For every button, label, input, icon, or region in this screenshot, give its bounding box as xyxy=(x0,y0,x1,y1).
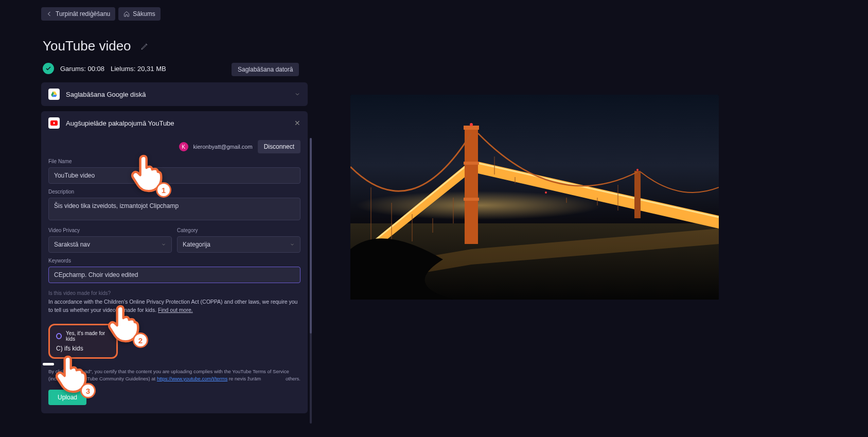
account-email: kieronbyatt@gmail.com xyxy=(193,144,253,150)
video-preview xyxy=(350,95,719,300)
edit-title-icon[interactable] xyxy=(140,42,149,50)
chevron-down-icon xyxy=(294,91,300,97)
file-name-input[interactable] xyxy=(48,167,300,184)
home-icon xyxy=(123,11,130,17)
continue-editing-label: Turpināt rediģēšanu xyxy=(56,10,110,18)
chevron-down-icon xyxy=(161,242,166,247)
account-avatar: K xyxy=(179,142,188,151)
card-scrollbar[interactable] xyxy=(310,138,312,424)
youtube-title: Augšupielāde pakalpojumā YouTube xyxy=(66,119,174,127)
file-name-label: File Name xyxy=(48,159,300,164)
kids-explain: In accordance with the Children's Online… xyxy=(48,298,300,314)
disconnect-button[interactable]: Disconnect xyxy=(258,140,300,153)
kids-yes-radio[interactable]: Yes, it's made for kids xyxy=(56,330,110,342)
description-input[interactable] xyxy=(48,198,300,220)
google-drive-card[interactable]: Saglabāšana Google diskā xyxy=(41,82,308,106)
kids-below-text: C) ifs kids xyxy=(56,345,110,352)
svg-rect-7 xyxy=(464,198,479,201)
google-drive-icon xyxy=(48,89,60,100)
category-label: Category xyxy=(177,228,300,233)
youtube-icon xyxy=(48,117,60,129)
home-label: Sākums xyxy=(133,10,155,18)
size-label: Lielums: 20,31 MB xyxy=(111,65,166,73)
svg-point-20 xyxy=(470,123,473,126)
svg-rect-5 xyxy=(464,126,479,130)
category-select[interactable]: Kategorija xyxy=(177,236,300,253)
close-icon[interactable]: ✕ xyxy=(294,119,300,127)
svg-point-3 xyxy=(356,191,603,220)
save-local-button[interactable]: Saglabāšana datorā xyxy=(232,63,299,76)
svg-rect-6 xyxy=(464,162,479,165)
keywords-label: Keywords xyxy=(48,258,300,264)
tos-link[interactable]: https://www.youtube.com/t/terms xyxy=(157,376,227,381)
radio-icon xyxy=(56,333,62,339)
duration-label: Garums: 00:08 xyxy=(60,65,104,73)
kids-yes-radio-highlight: Yes, it's made for kids C) ifs kids xyxy=(48,324,118,359)
privacy-label: Video Privacy xyxy=(48,228,172,233)
google-drive-title: Saglabāšana Google diskā xyxy=(66,91,146,98)
youtube-upload-card: Augšupielāde pakalpojumā YouTube ✕ K kie… xyxy=(41,111,308,413)
privacy-select[interactable]: Sarakstā nav xyxy=(48,236,172,253)
tos-text: By clicking "Upload", you certify that t… xyxy=(48,368,300,383)
status-check-icon xyxy=(43,63,54,74)
kids-question: Is this video made for kids? xyxy=(48,290,300,296)
continue-editing-button[interactable]: Turpināt rediģēšanu xyxy=(41,7,115,21)
keywords-input[interactable] xyxy=(48,267,300,283)
svg-rect-8 xyxy=(634,171,641,218)
find-out-more-link[interactable]: Find out more. xyxy=(158,307,193,313)
arrow-left-icon xyxy=(46,11,52,17)
upload-button[interactable]: Upload xyxy=(48,390,86,405)
description-label: Description xyxy=(48,189,300,195)
svg-rect-4 xyxy=(465,126,478,244)
progress-segment xyxy=(43,363,54,365)
chevron-down-icon xyxy=(290,242,295,247)
svg-point-22 xyxy=(545,191,547,194)
home-button[interactable]: Sākums xyxy=(118,7,160,21)
svg-point-21 xyxy=(636,169,639,171)
page-title: YouTube video xyxy=(43,38,131,54)
